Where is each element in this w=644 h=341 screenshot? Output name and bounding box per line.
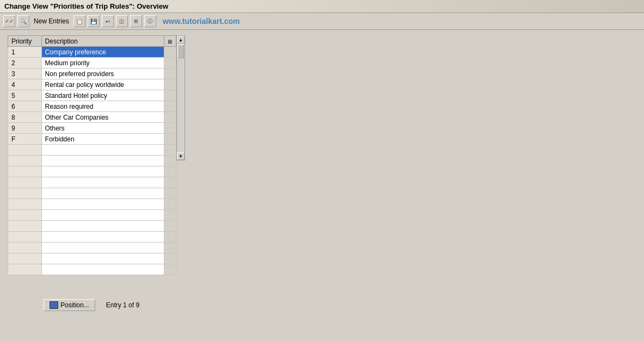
empty-desc-cell: [41, 166, 164, 177]
scroll-track: [177, 44, 185, 152]
description-cell: Company preference: [41, 47, 164, 58]
main-content: Priority Description ⊞ 1Company preferen…: [0, 30, 644, 327]
table-row-empty: [8, 210, 176, 221]
priority-cell: 9: [8, 123, 42, 134]
watermark-text: www.tutorialkart.com: [163, 17, 240, 26]
find-icon: 🔍: [20, 18, 27, 24]
table-row-empty: [8, 264, 176, 275]
row-action-cell: [164, 79, 176, 90]
table-row[interactable]: 5Standard Hotel policy: [8, 90, 176, 101]
save-icon: 💾: [90, 18, 97, 24]
empty-priority-cell: [8, 156, 42, 166]
undo-button[interactable]: ↩: [102, 15, 114, 27]
empty-priority-cell: [8, 253, 42, 264]
table-row-empty: [8, 145, 176, 156]
col-resize-icon[interactable]: ⊞: [164, 36, 176, 47]
table-row-empty: [8, 221, 176, 232]
priority-cell: 4: [8, 79, 42, 90]
toolbar: ✓✓ 🔍 New Entries 📋 💾 ↩ ◫ ⊞ ⓘ www.tutoria…: [0, 13, 644, 30]
empty-desc-cell: [41, 243, 164, 253]
table-row-empty: [8, 166, 176, 177]
table-row[interactable]: 2Medium priority: [8, 58, 176, 69]
priority-cell: 5: [8, 90, 42, 101]
description-cell: Reason required: [41, 101, 164, 112]
empty-priority-cell: [8, 232, 42, 243]
empty-priority-cell: [8, 210, 42, 221]
description-cell: Medium priority: [41, 58, 164, 69]
table-row-empty: [8, 243, 176, 253]
nav-button[interactable]: ◫: [116, 15, 128, 27]
description-cell: Standard Hotel policy: [41, 90, 164, 101]
table-area: Priority Description ⊞ 1Company preferen…: [8, 35, 636, 275]
new-entries-label[interactable]: New Entries: [34, 17, 69, 25]
priority-cell: 1: [8, 47, 42, 58]
table-row[interactable]: 9Others: [8, 123, 176, 134]
empty-desc-cell: [41, 177, 164, 188]
scroll-thumb[interactable]: [177, 45, 184, 58]
priority-cell: 2: [8, 58, 42, 69]
table-row-empty: [8, 188, 176, 199]
scrollbar[interactable]: ▲ ▼: [176, 35, 185, 160]
save-button[interactable]: 💾: [88, 15, 100, 27]
col-header-description: Description: [41, 36, 164, 47]
undo-icon: ↩: [106, 18, 110, 24]
copy-icon: 📋: [76, 18, 83, 24]
position-button[interactable]: Position...: [44, 299, 95, 311]
table-row[interactable]: 3Non preferred providers: [8, 69, 176, 79]
empty-desc-cell: [41, 221, 164, 232]
scroll-up-button[interactable]: ▲: [177, 36, 185, 44]
checkmarks-icon: ✓✓: [5, 18, 14, 24]
empty-action-cell: [164, 243, 176, 253]
empty-priority-cell: [8, 264, 42, 275]
empty-priority-cell: [8, 166, 42, 177]
empty-desc-cell: [41, 156, 164, 166]
empty-action-cell: [164, 264, 176, 275]
row-action-cell: [164, 90, 176, 101]
priority-cell: 6: [8, 101, 42, 112]
empty-desc-cell: [41, 188, 164, 199]
empty-desc-cell: [41, 232, 164, 243]
table-row[interactable]: 6Reason required: [8, 101, 176, 112]
col-header-priority: Priority: [8, 36, 42, 47]
empty-priority-cell: [8, 199, 42, 210]
empty-desc-cell: [41, 253, 164, 264]
empty-priority-cell: [8, 221, 42, 232]
table-row[interactable]: 1Company preference: [8, 47, 176, 58]
empty-priority-cell: [8, 243, 42, 253]
data-table: Priority Description ⊞ 1Company preferen…: [8, 35, 176, 275]
table-row[interactable]: 8Other Car Companies: [8, 112, 176, 123]
row-action-cell: [164, 47, 176, 58]
row-action-cell: [164, 69, 176, 79]
table-row-empty: [8, 199, 176, 210]
row-action-cell: [164, 112, 176, 123]
empty-action-cell: [164, 210, 176, 221]
title-bar: Change View "Priorities of Trip Rules": …: [0, 0, 644, 13]
table-row-empty: [8, 156, 176, 166]
detail-button[interactable]: ⊞: [130, 15, 142, 27]
empty-action-cell: [164, 253, 176, 264]
description-cell: Non preferred providers: [41, 69, 164, 79]
description-cell: Rental car policy worldwide: [41, 79, 164, 90]
table-row[interactable]: 4Rental car policy worldwide: [8, 79, 176, 90]
description-cell: Others: [41, 123, 164, 134]
empty-priority-cell: [8, 145, 42, 156]
detail-icon: ⊞: [134, 18, 138, 24]
empty-action-cell: [164, 232, 176, 243]
priority-cell: 3: [8, 69, 42, 79]
empty-action-cell: [164, 188, 176, 199]
nav-icon: ◫: [119, 18, 124, 24]
empty-priority-cell: [8, 177, 42, 188]
empty-action-cell: [164, 221, 176, 232]
table-row[interactable]: FForbidden: [8, 134, 176, 145]
priority-cell: F: [8, 134, 42, 145]
empty-desc-cell: [41, 199, 164, 210]
checkmarks-button[interactable]: ✓✓: [3, 15, 15, 27]
copy-row-button[interactable]: 📋: [73, 15, 85, 27]
scroll-track-inner: [177, 60, 184, 103]
position-label: Position...: [60, 301, 89, 309]
row-action-cell: [164, 134, 176, 145]
table-row-empty: [8, 232, 176, 243]
info-button[interactable]: ⓘ: [144, 15, 156, 27]
scroll-down-button[interactable]: ▼: [177, 152, 185, 160]
find-button[interactable]: 🔍: [17, 15, 29, 27]
